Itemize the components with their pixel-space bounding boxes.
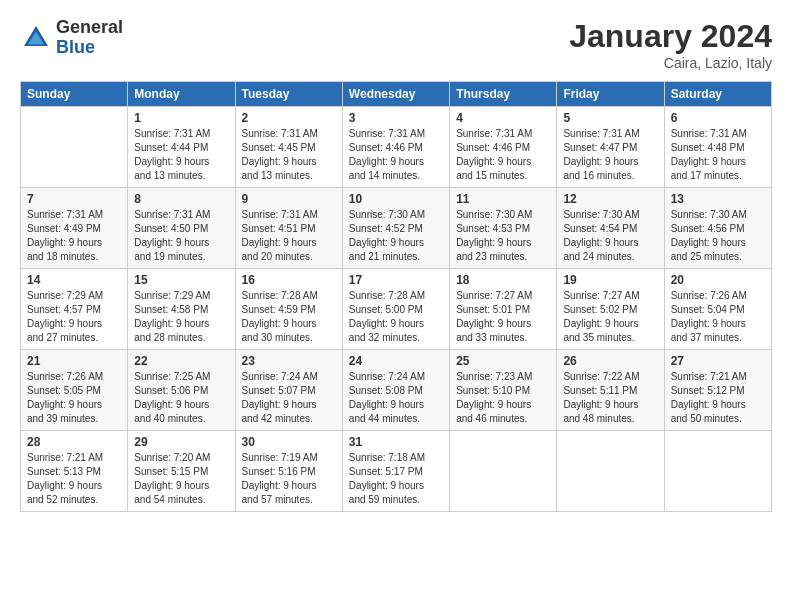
sunrise-text: Sunrise: 7:27 AM [456, 290, 532, 301]
sunset-text: Sunset: 4:46 PM [349, 142, 423, 153]
sunset-text: Sunset: 4:45 PM [242, 142, 316, 153]
day-detail: Sunrise: 7:31 AM Sunset: 4:50 PM Dayligh… [134, 208, 228, 264]
daylight-text: Daylight: 9 hours and 48 minutes. [563, 399, 638, 424]
col-wednesday: Wednesday [342, 82, 449, 107]
day-number: 4 [456, 111, 550, 125]
sunrise-text: Sunrise: 7:21 AM [671, 371, 747, 382]
daylight-text: Daylight: 9 hours and 13 minutes. [242, 156, 317, 181]
sunrise-text: Sunrise: 7:31 AM [242, 209, 318, 220]
day-number: 8 [134, 192, 228, 206]
sunrise-text: Sunrise: 7:19 AM [242, 452, 318, 463]
day-number: 31 [349, 435, 443, 449]
calendar-cell-4-3: 31 Sunrise: 7:18 AM Sunset: 5:17 PM Dayl… [342, 431, 449, 512]
calendar-cell-3-6: 27 Sunrise: 7:21 AM Sunset: 5:12 PM Dayl… [664, 350, 771, 431]
sunrise-text: Sunrise: 7:29 AM [27, 290, 103, 301]
calendar-cell-0-3: 3 Sunrise: 7:31 AM Sunset: 4:46 PM Dayli… [342, 107, 449, 188]
calendar-cell-2-6: 20 Sunrise: 7:26 AM Sunset: 5:04 PM Dayl… [664, 269, 771, 350]
sunrise-text: Sunrise: 7:30 AM [349, 209, 425, 220]
day-detail: Sunrise: 7:25 AM Sunset: 5:06 PM Dayligh… [134, 370, 228, 426]
day-number: 3 [349, 111, 443, 125]
calendar-cell-1-1: 8 Sunrise: 7:31 AM Sunset: 4:50 PM Dayli… [128, 188, 235, 269]
daylight-text: Daylight: 9 hours and 52 minutes. [27, 480, 102, 505]
day-detail: Sunrise: 7:30 AM Sunset: 4:52 PM Dayligh… [349, 208, 443, 264]
day-detail: Sunrise: 7:31 AM Sunset: 4:49 PM Dayligh… [27, 208, 121, 264]
daylight-text: Daylight: 9 hours and 46 minutes. [456, 399, 531, 424]
calendar-cell-1-5: 12 Sunrise: 7:30 AM Sunset: 4:54 PM Dayl… [557, 188, 664, 269]
day-number: 15 [134, 273, 228, 287]
sunrise-text: Sunrise: 7:29 AM [134, 290, 210, 301]
col-sunday: Sunday [21, 82, 128, 107]
calendar-header-row: Sunday Monday Tuesday Wednesday Thursday… [21, 82, 772, 107]
daylight-text: Daylight: 9 hours and 39 minutes. [27, 399, 102, 424]
daylight-text: Daylight: 9 hours and 50 minutes. [671, 399, 746, 424]
sunset-text: Sunset: 5:05 PM [27, 385, 101, 396]
calendar-row-2: 14 Sunrise: 7:29 AM Sunset: 4:57 PM Dayl… [21, 269, 772, 350]
daylight-text: Daylight: 9 hours and 15 minutes. [456, 156, 531, 181]
daylight-text: Daylight: 9 hours and 14 minutes. [349, 156, 424, 181]
calendar-cell-0-0 [21, 107, 128, 188]
calendar-cell-3-1: 22 Sunrise: 7:25 AM Sunset: 5:06 PM Dayl… [128, 350, 235, 431]
day-number: 18 [456, 273, 550, 287]
day-number: 21 [27, 354, 121, 368]
sunset-text: Sunset: 5:17 PM [349, 466, 423, 477]
sunset-text: Sunset: 5:15 PM [134, 466, 208, 477]
day-number: 28 [27, 435, 121, 449]
daylight-text: Daylight: 9 hours and 24 minutes. [563, 237, 638, 262]
day-number: 10 [349, 192, 443, 206]
daylight-text: Daylight: 9 hours and 16 minutes. [563, 156, 638, 181]
sunset-text: Sunset: 4:58 PM [134, 304, 208, 315]
sunset-text: Sunset: 5:11 PM [563, 385, 637, 396]
sunrise-text: Sunrise: 7:24 AM [349, 371, 425, 382]
day-detail: Sunrise: 7:31 AM Sunset: 4:51 PM Dayligh… [242, 208, 336, 264]
day-number: 24 [349, 354, 443, 368]
calendar-row-1: 7 Sunrise: 7:31 AM Sunset: 4:49 PM Dayli… [21, 188, 772, 269]
day-detail: Sunrise: 7:21 AM Sunset: 5:13 PM Dayligh… [27, 451, 121, 507]
sunrise-text: Sunrise: 7:27 AM [563, 290, 639, 301]
header: General Blue January 2024 Caira, Lazio, … [20, 18, 772, 71]
daylight-text: Daylight: 9 hours and 17 minutes. [671, 156, 746, 181]
sunrise-text: Sunrise: 7:28 AM [242, 290, 318, 301]
sunrise-text: Sunrise: 7:31 AM [349, 128, 425, 139]
sunset-text: Sunset: 5:16 PM [242, 466, 316, 477]
day-detail: Sunrise: 7:23 AM Sunset: 5:10 PM Dayligh… [456, 370, 550, 426]
sunset-text: Sunset: 4:47 PM [563, 142, 637, 153]
daylight-text: Daylight: 9 hours and 18 minutes. [27, 237, 102, 262]
day-number: 13 [671, 192, 765, 206]
daylight-text: Daylight: 9 hours and 19 minutes. [134, 237, 209, 262]
calendar-cell-2-1: 15 Sunrise: 7:29 AM Sunset: 4:58 PM Dayl… [128, 269, 235, 350]
day-detail: Sunrise: 7:21 AM Sunset: 5:12 PM Dayligh… [671, 370, 765, 426]
calendar-cell-0-5: 5 Sunrise: 7:31 AM Sunset: 4:47 PM Dayli… [557, 107, 664, 188]
sunset-text: Sunset: 4:44 PM [134, 142, 208, 153]
sunrise-text: Sunrise: 7:31 AM [134, 209, 210, 220]
calendar-table: Sunday Monday Tuesday Wednesday Thursday… [20, 81, 772, 512]
day-number: 5 [563, 111, 657, 125]
calendar-cell-4-6 [664, 431, 771, 512]
calendar-cell-4-1: 29 Sunrise: 7:20 AM Sunset: 5:15 PM Dayl… [128, 431, 235, 512]
daylight-text: Daylight: 9 hours and 59 minutes. [349, 480, 424, 505]
calendar-cell-3-4: 25 Sunrise: 7:23 AM Sunset: 5:10 PM Dayl… [450, 350, 557, 431]
daylight-text: Daylight: 9 hours and 20 minutes. [242, 237, 317, 262]
sunset-text: Sunset: 5:13 PM [27, 466, 101, 477]
day-detail: Sunrise: 7:26 AM Sunset: 5:04 PM Dayligh… [671, 289, 765, 345]
sunset-text: Sunset: 5:06 PM [134, 385, 208, 396]
day-detail: Sunrise: 7:24 AM Sunset: 5:08 PM Dayligh… [349, 370, 443, 426]
day-number: 30 [242, 435, 336, 449]
sunrise-text: Sunrise: 7:25 AM [134, 371, 210, 382]
day-detail: Sunrise: 7:31 AM Sunset: 4:47 PM Dayligh… [563, 127, 657, 183]
day-detail: Sunrise: 7:31 AM Sunset: 4:46 PM Dayligh… [349, 127, 443, 183]
sunrise-text: Sunrise: 7:31 AM [27, 209, 103, 220]
sunset-text: Sunset: 4:51 PM [242, 223, 316, 234]
sunrise-text: Sunrise: 7:30 AM [563, 209, 639, 220]
sunrise-text: Sunrise: 7:26 AM [671, 290, 747, 301]
daylight-text: Daylight: 9 hours and 44 minutes. [349, 399, 424, 424]
daylight-text: Daylight: 9 hours and 27 minutes. [27, 318, 102, 343]
day-number: 16 [242, 273, 336, 287]
logo-general-text: General [56, 18, 123, 38]
calendar-cell-1-4: 11 Sunrise: 7:30 AM Sunset: 4:53 PM Dayl… [450, 188, 557, 269]
day-detail: Sunrise: 7:31 AM Sunset: 4:48 PM Dayligh… [671, 127, 765, 183]
col-friday: Friday [557, 82, 664, 107]
day-number: 19 [563, 273, 657, 287]
sunrise-text: Sunrise: 7:31 AM [134, 128, 210, 139]
calendar-cell-2-2: 16 Sunrise: 7:28 AM Sunset: 4:59 PM Dayl… [235, 269, 342, 350]
day-number: 22 [134, 354, 228, 368]
